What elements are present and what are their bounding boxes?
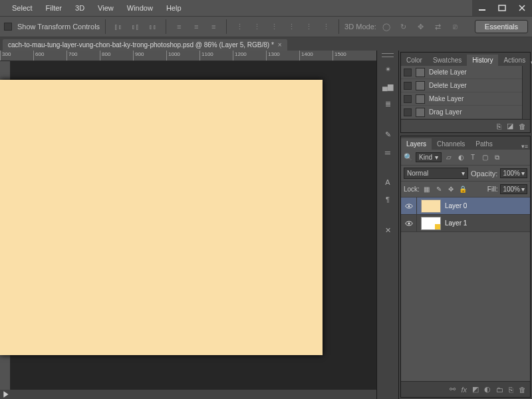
compass-icon[interactable]: ✴ [380,61,396,77]
close-button[interactable] [513,1,531,15]
distribute-5-icon[interactable]: ⋮ [301,19,316,34]
tab-history[interactable]: History [467,55,498,66]
history-snapshot-checkbox[interactable] [404,95,412,103]
filter-shape-icon[interactable]: ▢ [480,153,489,162]
lock-position-icon[interactable]: ✥ [446,185,456,194]
fill-input[interactable]: 100% ▾ [500,184,527,194]
filter-pixel-icon[interactable]: ▱ [444,153,454,162]
align-top-icon[interactable]: ≡ [172,19,186,34]
timeline-play-icon[interactable] [0,390,12,398]
layer-row[interactable]: Layer 0 [401,198,530,215]
dock-grip[interactable] [382,53,394,57]
blend-mode-select[interactable]: Normal ▾ [404,168,468,179]
layer-thumbnail[interactable] [421,200,441,213]
distribute-3-icon[interactable]: ⋮ [267,19,281,34]
menu-3d[interactable]: 3D [68,1,91,15]
mask-icon[interactable]: ◩ [472,385,479,394]
show-transform-checkbox[interactable] [4,23,12,31]
link-layers-icon[interactable]: ⚯ [450,385,456,394]
3d-pan-icon[interactable]: ✥ [414,19,428,34]
fx-icon[interactable]: fx [461,386,467,394]
panel-menu-icon[interactable]: ▾≡ [519,143,530,150]
align-left-icon[interactable]: ⫿⫾ [111,19,126,34]
chevron-down-icon: ▾ [462,170,465,177]
3d-slide-icon[interactable]: ⇄ [431,19,446,34]
histogram-icon[interactable]: ▄▆ [380,78,396,94]
adjustment-icon[interactable]: ◐ [484,385,491,394]
filter-type-icon[interactable]: T [468,153,477,162]
ruler-horizontal[interactable]: 300 600 700 800 900 1000 1100 1200 1300 … [0,51,376,61]
history-snapshot-checkbox[interactable] [404,108,412,116]
history-snapshot-checkbox[interactable] [404,82,412,90]
menu-select[interactable]: Select [5,1,39,15]
opacity-input[interactable]: 100% ▾ [500,168,527,178]
layer-lock-row: Lock: ▦ ✎ ✥ 🔒 Fill: 100% ▾ [401,182,530,198]
history-item[interactable]: Drag Layer [401,106,522,119]
brush-icon[interactable]: ✎ [380,126,396,142]
workspace-switcher[interactable]: Essentials [475,20,528,33]
tab-layers[interactable]: Layers [401,138,432,150]
paragraph-icon[interactable]: ¶ [380,192,396,207]
slider-icon[interactable]: ⚌ [380,144,396,160]
tab-swatches[interactable]: Swatches [428,55,467,66]
close-tab-icon[interactable]: × [278,41,282,49]
distribute-6-icon[interactable]: ⋮ [319,19,333,34]
list-icon[interactable]: ≣ [380,96,396,112]
distribute-1-icon[interactable]: ⋮ [232,19,247,34]
align-hcenter-icon[interactable]: ⫾⫿ [128,19,143,34]
3d-roll-icon[interactable]: ↻ [396,19,411,34]
tab-color[interactable]: Color [401,55,428,66]
lock-transparency-icon[interactable]: ▦ [422,185,432,194]
align-vcenter-icon[interactable]: ≡ [189,19,203,34]
menu-view[interactable]: View [91,1,120,15]
options-bar: Show Transform Controls ⫿⫾ ⫾⫿ ⫾⫾ ≡ ≡ ≡ ⋮… [0,16,532,37]
camera-icon[interactable]: ◪ [507,122,513,130]
visibility-toggle[interactable] [401,215,417,231]
3d-orbit-icon[interactable]: ◯ [379,19,394,34]
window-controls [472,0,532,16]
layer-name[interactable]: Layer 0 [445,202,467,209]
layer-row[interactable]: Layer 1 [401,215,530,232]
minimize-button[interactable] [473,1,491,15]
opacity-label: Opacity: [471,170,497,178]
menu-filter[interactable]: Filter [39,1,68,15]
distribute-4-icon[interactable]: ⋮ [284,19,299,34]
group-icon[interactable]: 🗀 [496,386,503,394]
layer-name[interactable]: Layer 1 [445,219,467,227]
history-snapshot-checkbox[interactable] [404,68,412,76]
filter-kind-select[interactable]: Kind ▾ [416,152,442,162]
filter-smart-icon[interactable]: ⧉ [492,153,501,162]
menu-help[interactable]: Help [160,1,188,15]
new-layer-icon[interactable]: ⎘ [509,386,513,394]
search-icon[interactable]: 🔍 [404,153,413,162]
visibility-toggle[interactable] [401,198,417,214]
lock-all-icon[interactable]: 🔒 [458,185,467,194]
history-item[interactable]: Delete Layer [401,66,522,79]
scrollbar[interactable] [522,66,530,119]
align-bottom-icon[interactable]: ≡ [206,19,221,34]
history-panel-tabs: Color Swatches History Actions ▾≡ [401,53,530,66]
lock-pixels-icon[interactable]: ✎ [434,185,444,194]
history-item[interactable]: Make Layer [401,92,522,106]
3d-camera-icon[interactable]: ⎚ [448,19,463,34]
maximize-button[interactable] [493,1,511,15]
trash-icon[interactable]: 🗑 [519,386,526,394]
create-document-icon[interactable]: ⎘ [497,122,501,130]
history-thumb-icon [416,68,425,77]
tab-paths[interactable]: Paths [470,138,498,150]
align-right-icon[interactable]: ⫾⫾ [146,19,160,34]
trash-icon[interactable]: 🗑 [519,122,526,130]
layer-thumbnail[interactable] [421,217,441,230]
tab-actions[interactable]: Actions [498,55,531,66]
canvas[interactable] [0,80,323,355]
ruler-cross-icon[interactable]: ✕ [380,222,396,238]
fill-value: 100% [503,186,520,193]
history-item[interactable]: Delete Layer [401,79,522,92]
tab-channels[interactable]: Channels [432,138,470,150]
menu-window[interactable]: Window [120,1,160,15]
document-tab[interactable]: cach-to-mau-tung-layer-vung-chon-bat-ky-… [3,39,287,51]
ruler-tick: 1500 [332,51,366,61]
distribute-2-icon[interactable]: ⋮ [249,19,264,34]
filter-adjust-icon[interactable]: ◐ [456,153,466,162]
character-icon[interactable]: A [380,174,396,190]
